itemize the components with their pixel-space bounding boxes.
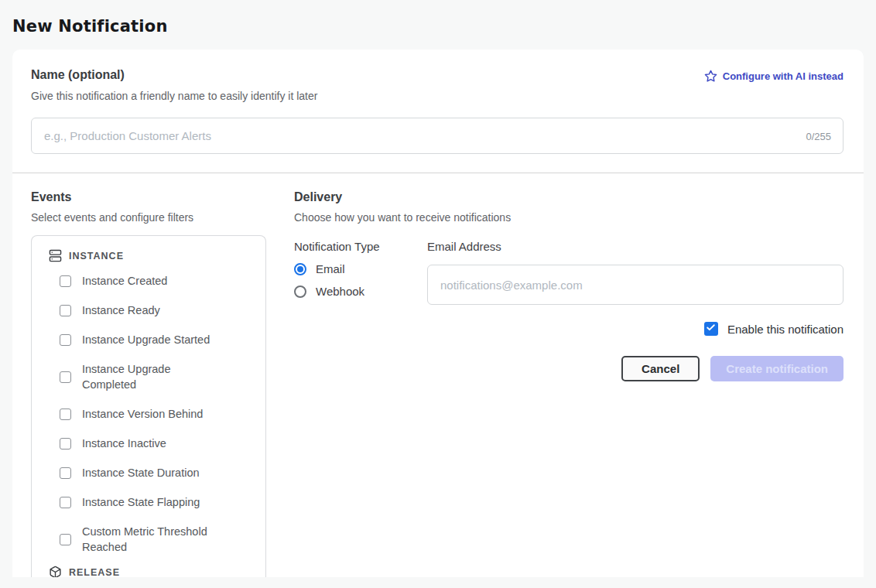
- event-checkbox[interactable]: [60, 467, 71, 479]
- star-icon: [704, 70, 717, 83]
- event-checkbox[interactable]: [60, 371, 71, 383]
- char-counter: 0/255: [806, 130, 831, 142]
- page-header: New Notification: [0, 0, 876, 50]
- events-section: Events Select events and configure filte…: [31, 190, 266, 577]
- event-group-label: INSTANCE: [69, 251, 124, 262]
- event-row[interactable]: Instance Inactive: [41, 429, 258, 458]
- event-row[interactable]: Instance Version Behind: [41, 399, 258, 429]
- event-checkbox[interactable]: [60, 334, 71, 346]
- name-section-subtitle: Give this notification a friendly name t…: [31, 90, 843, 102]
- event-label: Instance Created: [82, 273, 167, 289]
- event-checkbox[interactable]: [60, 534, 71, 545]
- events-subtitle: Select events and configure filters: [31, 211, 266, 224]
- notification-type-label: Notification Type: [294, 240, 427, 253]
- events-list: INSTANCEInstance CreatedInstance ReadyIn…: [31, 235, 266, 577]
- email-address-label: Email Address: [427, 240, 843, 253]
- radio-unselected-icon[interactable]: [294, 285, 306, 298]
- notification-type-options: EmailWebhook: [294, 262, 427, 298]
- event-row[interactable]: Instance State Flapping: [41, 487, 258, 517]
- configure-with-ai-link[interactable]: Configure with AI instead: [704, 70, 843, 83]
- event-label: Instance Upgrade Completed: [82, 361, 215, 392]
- event-label: Instance State Flapping: [82, 494, 200, 510]
- event-row[interactable]: Instance Ready: [41, 296, 258, 325]
- notification-type-option-webhook[interactable]: Webhook: [294, 285, 427, 298]
- event-group-header: RELEASE: [41, 562, 258, 577]
- event-label: Instance State Duration: [82, 465, 200, 480]
- event-label: Instance Version Behind: [82, 406, 203, 422]
- event-label: Instance Inactive: [82, 436, 166, 451]
- package-icon: [49, 566, 62, 577]
- event-row[interactable]: Instance Created: [41, 266, 258, 296]
- delivery-subtitle: Choose how you want to receive notificat…: [294, 211, 843, 224]
- name-section: Name (optional) Configure with AI instea…: [12, 50, 864, 173]
- event-group-label: RELEASE: [69, 567, 120, 578]
- delivery-section: Delivery Choose how you want to receive …: [294, 190, 843, 577]
- event-row[interactable]: Instance Upgrade Completed: [41, 354, 258, 399]
- event-group-header: INSTANCE: [41, 245, 258, 266]
- event-checkbox[interactable]: [60, 497, 71, 508]
- event-label: Instance Upgrade Started: [82, 332, 210, 347]
- notification-name-input[interactable]: [31, 118, 843, 154]
- email-address-input[interactable]: [427, 265, 843, 305]
- create-notification-button[interactable]: Create notification: [710, 356, 843, 381]
- enable-notification-checkbox[interactable]: [704, 322, 718, 336]
- delivery-heading: Delivery: [294, 190, 843, 204]
- events-heading: Events: [31, 190, 266, 204]
- radio-selected-icon[interactable]: [294, 263, 306, 275]
- check-icon: [706, 322, 716, 336]
- event-row[interactable]: Instance Upgrade Started: [41, 325, 258, 354]
- configure-with-ai-label: Configure with AI instead: [723, 70, 843, 82]
- event-checkbox[interactable]: [60, 305, 71, 316]
- event-checkbox[interactable]: [60, 438, 71, 450]
- event-row[interactable]: Custom Metric Threshold Reached: [41, 517, 258, 562]
- enable-notification-row[interactable]: Enable this notification: [427, 322, 843, 336]
- cancel-button[interactable]: Cancel: [621, 356, 700, 381]
- enable-notification-label: Enable this notification: [727, 323, 843, 336]
- event-checkbox[interactable]: [60, 275, 71, 287]
- page-title: New Notification: [12, 17, 864, 36]
- event-checkbox[interactable]: [60, 409, 71, 420]
- notification-type-option-label: Email: [316, 262, 345, 275]
- event-label: Custom Metric Threshold Reached: [82, 524, 215, 555]
- notification-type-option-label: Webhook: [316, 285, 364, 298]
- event-row[interactable]: Instance State Duration: [41, 458, 258, 487]
- new-notification-card: Name (optional) Configure with AI instea…: [12, 50, 864, 577]
- event-label: Instance Ready: [82, 303, 160, 318]
- notification-type-option-email[interactable]: Email: [294, 262, 427, 275]
- name-section-heading: Name (optional): [31, 68, 125, 82]
- server-icon: [49, 249, 62, 262]
